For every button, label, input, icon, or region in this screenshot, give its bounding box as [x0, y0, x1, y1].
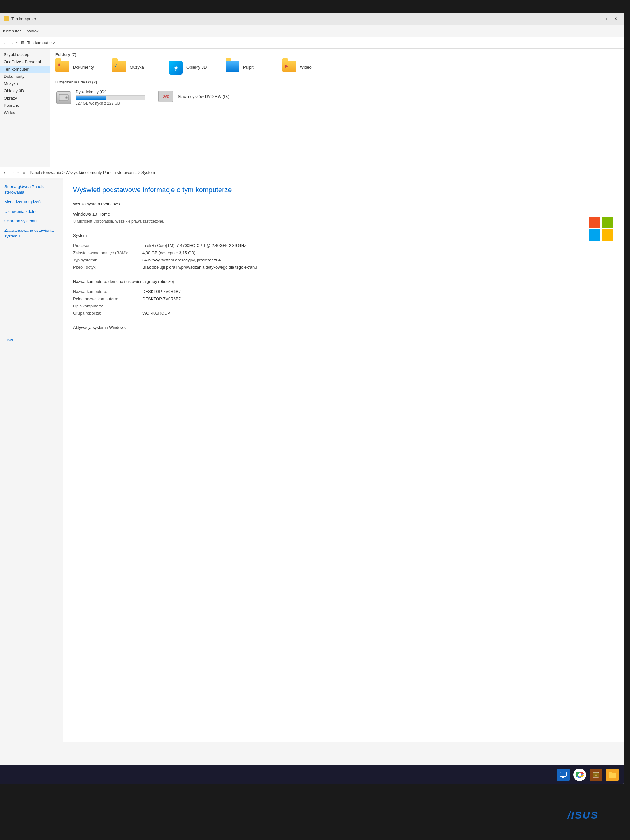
svg-rect-6: [589, 229, 600, 241]
minimize-btn[interactable]: —: [595, 16, 604, 21]
taskbar-chrome-icon[interactable]: [573, 769, 586, 781]
sys-sidebar-links[interactable]: Linki: [0, 335, 63, 345]
system-address-bar: ← → ↑ 🖥 Panel sterowania > Wszystkie ele…: [0, 167, 624, 178]
folder-shape: [112, 61, 126, 72]
devices-section: Urządzenia i dyski (2): [55, 80, 619, 107]
drive-item-d[interactable]: DVD Stacja dysków DVD RW (D:): [158, 88, 246, 104]
folder-item-pulpit[interactable]: Pulpit: [226, 61, 276, 73]
folder-item-dokumenty[interactable]: Dokumenty: [55, 61, 106, 73]
folder-icon-wideo: [282, 61, 297, 73]
folder-item-wideo[interactable]: Wideo: [282, 61, 333, 73]
taskbar: [0, 765, 624, 784]
sidebar-item-thispc[interactable]: Ten komputer: [0, 66, 50, 73]
folder-shape: [226, 61, 239, 72]
sys-sidebar-remote[interactable]: Ustawienia zdalne: [0, 207, 63, 216]
address-path: 🖥 Ten komputer >: [21, 40, 55, 45]
sys-forward-icon[interactable]: →: [10, 170, 14, 175]
sidebar-item-music[interactable]: Muzyka: [0, 80, 50, 87]
asus-logo: /ISUS: [567, 810, 598, 821]
sys-sidebar-advanced[interactable]: Zaawansowane ustawienia systemu: [0, 226, 63, 241]
sidebar-item-documents[interactable]: Dokumenty: [0, 73, 50, 80]
sidebar-item-onedrive[interactable]: OneDrive - Personal: [0, 58, 50, 66]
system-type-row: Typ systemu: 64-bitowy system operacyjny…: [73, 257, 614, 262]
folder-label-pulpit: Pulpit: [243, 65, 254, 69]
folder-label-objects3d: Obiekty 3D: [186, 65, 207, 69]
folders-section-header: Foldery (7): [55, 52, 619, 57]
system-section-header: System: [73, 233, 614, 239]
windows-logo: [589, 216, 614, 241]
pen-label: Pióro i dotyk:: [73, 265, 136, 270]
sys-up-icon[interactable]: ↑: [17, 170, 19, 175]
sys-breadcrumb: Panel sterowania > Wszystkie elementy Pa…: [30, 170, 155, 175]
hdd-shape: [56, 92, 71, 104]
progress-bar-bg: [76, 95, 145, 100]
svg-rect-5: [602, 217, 613, 228]
drive-name-d: Stacja dysków DVD RW (D:): [178, 94, 229, 99]
computer-section-header: Nazwa komputera, domena i ustawienia gru…: [73, 279, 614, 285]
windows-version-row: Windows 10 Home: [73, 212, 614, 217]
back-icon[interactable]: ←: [3, 40, 8, 45]
address-bar: ← → ↑ 🖥 Ten komputer >: [0, 37, 624, 49]
folder-item-muzyka[interactable]: Muzyka: [112, 61, 163, 73]
drive-info-c: Dysk lokalny (C:) 127 GB wolnych z 222 G…: [76, 90, 145, 106]
windows-version-section: Wersja systemu Windows: [73, 202, 614, 208]
svg-point-13: [578, 773, 581, 776]
sidebar-item-objects3d[interactable]: Obiekty 3D: [0, 87, 50, 95]
folder-icon-pulpit: [226, 61, 241, 73]
processor-label: Procesor:: [73, 243, 136, 248]
sys-back-icon[interactable]: ←: [3, 170, 8, 175]
maximize-btn[interactable]: □: [604, 16, 611, 21]
taskbar-monitor-icon[interactable]: [557, 769, 570, 781]
copyright-text: © Microsoft Corporation. Wszelkie prawa …: [73, 219, 614, 224]
folder-shape: [282, 61, 296, 72]
drive-info-d: Stacja dysków DVD RW (D:): [178, 94, 229, 99]
sidebar-item-video[interactable]: Wideo: [0, 109, 50, 116]
svg-rect-8: [560, 772, 566, 776]
system-window: ← → ↑ 🖥 Panel sterowania > Wszystkie ele…: [0, 167, 624, 765]
sidebar: Szybki dostęp OneDrive - Personal Ten ko…: [0, 49, 51, 170]
taskbar-photo-icon[interactable]: [590, 769, 602, 781]
system-body: Strona główna Panelu sterowania Menedżer…: [0, 178, 624, 742]
sidebar-item-downloads[interactable]: Pobrane: [0, 102, 50, 109]
progress-bar-fill: [76, 96, 106, 99]
forward-icon[interactable]: →: [9, 40, 14, 45]
taskbar-folder-icon[interactable]: [606, 769, 619, 781]
ram-label: Zainstalowana pamięć (RAM):: [73, 250, 136, 255]
nav-back[interactable]: ← → ↑: [3, 40, 18, 45]
close-btn[interactable]: ✕: [611, 16, 620, 21]
computer-name-row: Nazwa komputera: DESKTOP-7V0R6B7: [73, 289, 614, 294]
folder-label-dokumenty: Dokumenty: [73, 65, 94, 69]
drive-item-c[interactable]: Dysk lokalny (C:) 127 GB wolnych z 222 G…: [55, 88, 145, 107]
computer-name-label: Nazwa komputera:: [73, 289, 136, 294]
folder-shape: [55, 61, 69, 72]
devices-section-header: Urządzenia i dyski (2): [55, 80, 619, 84]
sys-sidebar-devices[interactable]: Menedżer urządzeń: [0, 197, 63, 207]
copyright-row: © Microsoft Corporation. Wszelkie prawa …: [73, 219, 614, 224]
window-icon: [4, 16, 9, 21]
ribbon-tab-computer[interactable]: Komputer: [3, 28, 21, 33]
ribbon: Komputer Widok: [0, 25, 624, 37]
system-page-title: Wyświetl podstawowe informacje o tym kom…: [73, 186, 614, 194]
ribbon-tab-view[interactable]: Widok: [27, 28, 38, 33]
drive-space-c: 127 GB wolnych z 222 GB: [76, 101, 145, 106]
workgroup-label: Grupa robocza:: [73, 311, 136, 316]
windows-version-value: Windows 10 Home: [73, 212, 614, 217]
screen: Ten komputer — □ ✕ Komputer Widok ← → ↑ …: [0, 13, 624, 784]
description-value: [142, 304, 614, 308]
sidebar-item-quickaccess[interactable]: Szybki dostęp: [0, 51, 50, 58]
main-content: Foldery (7) Dokumenty: [51, 49, 624, 170]
path-text[interactable]: Ten komputer >: [27, 40, 55, 45]
workgroup-row: Grupa robocza: WORKGROUP: [73, 311, 614, 316]
full-name-label: Pełna nazwa komputera:: [73, 296, 136, 301]
svg-point-16: [595, 774, 597, 775]
file-explorer-window: Ten komputer — □ ✕ Komputer Widok ← → ↑ …: [0, 13, 624, 170]
ram-row: Zainstalowana pamięć (RAM): 4,00 GB (dos…: [73, 250, 614, 255]
sys-sidebar-protection[interactable]: Ochrona systemu: [0, 216, 63, 226]
folder-grid: Dokumenty Muzyka ◈ Obiekty: [55, 61, 619, 73]
drive-icon-d: DVD: [158, 90, 174, 103]
description-label: Opis komputera:: [73, 304, 136, 308]
sidebar-item-images[interactable]: Obrazy: [0, 95, 50, 102]
sys-sidebar-home[interactable]: Strona główna Panelu sterowania: [0, 182, 63, 197]
folder-item-objects3d[interactable]: ◈ Obiekty 3D: [169, 61, 219, 73]
up-icon[interactable]: ↑: [16, 40, 18, 45]
